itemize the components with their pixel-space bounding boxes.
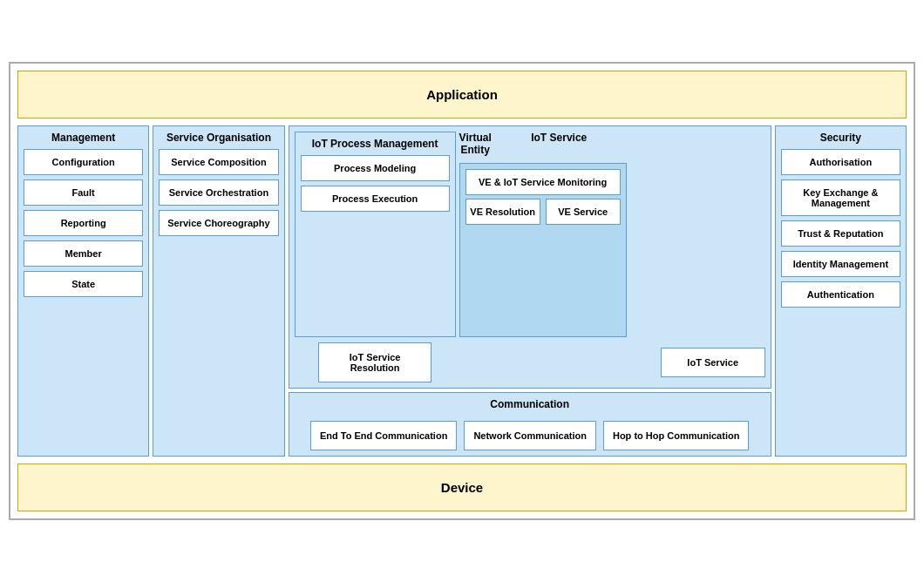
device-bar: Device [17,464,907,511]
sec-authentication: Authentication [781,281,900,308]
process-modeling: Process Modeling [301,155,450,181]
security-panel: Security Authorisation Key Exchange & Ma… [775,125,907,457]
svc-orchestration: Service Orchestration [159,179,278,206]
ve-service: VE Service [546,199,621,225]
mgmt-fault: Fault [24,179,143,206]
iot-service-resolution-box: IoT Service Resolution [318,342,431,382]
virtual-entity-title: Virtual Entity [459,132,492,156]
top-inner-row: IoT Process Management Process Modeling … [295,132,765,337]
comm-boxes-row: End To End Communication Network Communi… [310,421,749,450]
application-bar: Application [17,71,907,118]
ve-iot-outer-panel: IoT Process Management Process Modeling … [289,125,771,389]
communication-panel: Communication End To End Communication N… [289,392,771,457]
mgmt-state: State [24,271,143,297]
main-container: Application Management Configuration Fau… [9,62,915,520]
ve-inner-panel: VE & IoT Service Monitoring VE Resolutio… [459,163,627,337]
management-title: Management [51,132,115,144]
hop-to-hop-comm: Hop to Hop Communication [603,421,749,450]
iot-process-title: IoT Process Management [312,138,438,150]
communication-title: Communication [490,398,569,410]
iot-service-panel-title: IoT Service [492,132,627,156]
iot-process-panel: IoT Process Management Process Modeling … [295,132,456,337]
ve-monitoring: VE & IoT Service Monitoring [465,169,621,195]
iot-res-right: IoT Service [630,348,765,377]
process-execution: Process Execution [301,186,450,212]
iot-service-box: IoT Service [661,348,765,377]
mgmt-reporting: Reporting [24,210,143,236]
virtual-entity-area: Virtual Entity IoT Service VE & IoT Serv… [459,132,627,337]
device-label: Device [441,480,483,495]
mgmt-config: Configuration [24,149,143,175]
application-label: Application [426,87,498,102]
svc-composition: Service Composition [159,149,278,175]
service-org-title: Service Organisation [166,132,271,144]
ve-resolution: VE Resolution [465,199,540,225]
svc-choreography: Service Choreography [159,210,278,236]
iot-res-left: IoT Service Resolution [295,342,456,382]
sec-trust: Trust & Reputation [781,220,900,247]
iot-service-right-filler [630,132,765,337]
sec-identity: Identity Management [781,251,900,277]
management-panel: Management Configuration Fault Reporting… [17,125,149,457]
mgmt-member: Member [24,240,143,267]
middle-large-area: IoT Process Management Process Modeling … [289,125,771,457]
security-title: Security [820,132,861,144]
service-organisation-panel: Service Organisation Service Composition… [153,125,284,457]
end-to-end-comm: End To End Communication [310,421,457,450]
iot-resolution-strip: IoT Service Resolution IoT Service [295,342,765,382]
ve-bottom-row: VE Resolution VE Service [465,199,621,225]
network-comm: Network Communication [464,421,596,450]
sec-key-exchange: Key Exchange & Management [781,179,900,216]
middle-row: Management Configuration Fault Reporting… [17,125,907,457]
sec-authorisation: Authorisation [781,149,900,175]
